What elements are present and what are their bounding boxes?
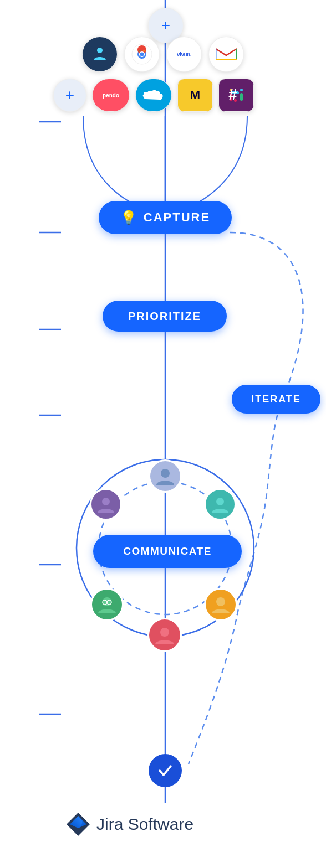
jira-logo-text: Jira Software xyxy=(96,815,193,834)
jira-icon xyxy=(65,812,91,837)
avatar-top xyxy=(149,459,182,493)
svg-rect-22 xyxy=(240,93,243,101)
capture-button[interactable]: 💡 CAPTURE xyxy=(99,201,232,234)
capture-label: CAPTURE xyxy=(144,210,210,225)
completion-circle xyxy=(149,754,182,787)
prioritize-label: PRIORITIZE xyxy=(128,310,201,323)
icon-row-1: vivun. xyxy=(82,37,244,72)
capture-icon: 💡 xyxy=(120,210,138,225)
svg-point-27 xyxy=(102,498,110,505)
miro-icon[interactable]: M xyxy=(177,79,213,112)
flow-lines xyxy=(0,0,326,868)
pendo-icon[interactable]: pendo xyxy=(92,79,130,112)
slack-icon[interactable]: # xyxy=(218,79,254,112)
avatar-left xyxy=(90,488,122,520)
vivun-icon[interactable]: vivun. xyxy=(166,37,202,72)
svg-point-17 xyxy=(140,53,144,56)
main-canvas: + xyxy=(0,0,326,868)
svg-text:#: # xyxy=(228,86,237,103)
avatar-bottom-left xyxy=(90,588,124,621)
avatar-right xyxy=(204,488,236,520)
plus2-icon[interactable]: + xyxy=(53,79,86,112)
prioritize-button[interactable]: PRIORITIZE xyxy=(103,301,227,332)
communicate-label: COMMUNICATE xyxy=(123,545,212,557)
svg-point-33 xyxy=(216,597,225,606)
svg-point-28 xyxy=(216,498,224,505)
salesforce-icon[interactable] xyxy=(135,79,172,112)
svg-rect-24 xyxy=(240,89,243,91)
usercreated-icon[interactable] xyxy=(82,37,118,72)
iterate-label: ITERATE xyxy=(251,394,301,405)
communicate-button[interactable]: COMMUNICATE xyxy=(93,535,242,568)
iterate-button[interactable]: ITERATE xyxy=(232,385,320,414)
avatar-bottom-right xyxy=(204,588,237,621)
svg-point-11 xyxy=(97,48,103,53)
chrome-icon[interactable] xyxy=(124,37,160,72)
icon-row-2: + pendo M # xyxy=(53,79,254,112)
svg-point-34 xyxy=(160,628,169,637)
svg-point-26 xyxy=(161,469,170,478)
jira-logo: Jira Software xyxy=(65,812,193,837)
avatar-bottom-center xyxy=(147,618,182,652)
gmail-icon[interactable] xyxy=(208,37,244,72)
